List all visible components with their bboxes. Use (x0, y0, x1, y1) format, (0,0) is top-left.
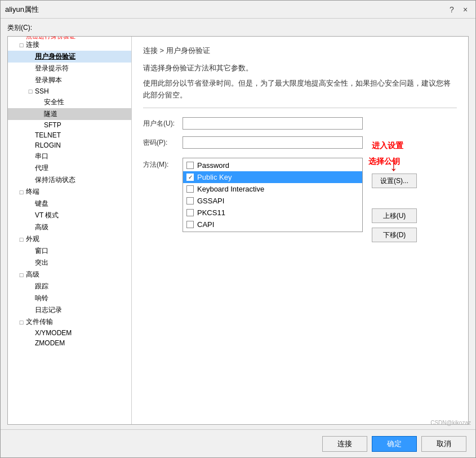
sidebar-item-keyboard[interactable]: 键盘 (8, 198, 131, 210)
sidebar-label-connection: 连接 点击进行身份验证 (26, 40, 39, 50)
expand-icon-file-transfer: □ (17, 319, 26, 326)
sidebar-item-vt-mode[interactable]: VT 模式 (8, 210, 131, 221)
username-input[interactable] (183, 117, 363, 130)
cancel-button[interactable]: 取消 (421, 436, 466, 452)
sidebar-item-file-transfer[interactable]: □ 文件传输 (8, 316, 131, 328)
sidebar-item-advanced[interactable]: 高级 (8, 221, 131, 233)
method-item-gssapi[interactable]: GSSAPI (183, 195, 362, 207)
sidebar-label-telnet: TELNET (35, 131, 61, 139)
sidebar-label-vt-mode: VT 模式 (35, 211, 59, 220)
sidebar-label-rlogin: RLOGIN (35, 141, 61, 149)
title-bar: aliyun属性 ? × (1, 1, 475, 19)
sidebar-label-keepalive: 保持活动状态 (35, 175, 75, 185)
checkmark-public-key: ✓ (188, 175, 193, 180)
sidebar-item-keepalive[interactable]: 保持活动状态 (8, 174, 131, 186)
annot-click: 点击进行身份验证 (26, 37, 75, 41)
title-buttons: ? × (446, 4, 471, 15)
sidebar-label-keyboard: 键盘 (35, 199, 48, 208)
sidebar-label-serial: 串口 (35, 152, 48, 161)
expand-icon-appearance: □ (17, 236, 26, 243)
sidebar-item-highlight[interactable]: 突出 (8, 257, 131, 269)
sidebar-label-proxy: 代理 (35, 163, 48, 173)
sidebar-item-bell[interactable]: 响铃 (8, 292, 131, 304)
expand-icon-ssh: □ (26, 88, 35, 95)
sidebar-item-security[interactable]: 安全性 (8, 96, 131, 108)
sidebar-item-rlogin[interactable]: RLOGIN (8, 140, 131, 150)
desc-line2: 使用此部分以节省登录时间。但是，为了最大限度地提高安全性，如果担心安全问题，建议… (143, 78, 457, 101)
method-item-keyboard[interactable]: Keyboard Interactive (183, 183, 362, 195)
method-item-pkcs11[interactable]: PKCS11 (183, 207, 362, 219)
method-list: Password ✓ Public Key (183, 158, 363, 232)
content-panel: 连接 > 用户身份验证 请选择身份验证方法和其它参数。 使用此部分以节省登录时间… (132, 37, 468, 424)
sidebar-item-tunnel[interactable]: 隧道 (8, 108, 131, 120)
sidebar-label-window: 窗口 (35, 246, 48, 256)
desc-line1: 请选择身份验证方法和其它参数。 (143, 63, 457, 74)
checkbox-keyboard (186, 185, 194, 193)
move-down-button[interactable]: 下移(D) (372, 228, 417, 242)
sidebar-label-security: 安全性 (44, 97, 64, 107)
sidebar-item-appearance[interactable]: □ 外观 (8, 233, 131, 245)
sidebar-label-user-auth: 用户身份验证 (35, 52, 75, 61)
sidebar-item-advanced2[interactable]: □ 高级 (8, 269, 131, 281)
side-buttons: 进入设置 ↓ 设置(S)... 上移(U) 下移(D) (372, 158, 417, 242)
method-label-password: Password (197, 161, 229, 170)
category-label: 类别(C): (7, 23, 469, 33)
breadcrumb: 连接 > 用户身份验证 (143, 46, 457, 56)
sidebar-label-advanced2: 高级 (26, 270, 39, 279)
sidebar-label-advanced: 高级 (35, 223, 48, 232)
annot-enter-settings: 进入设置 (372, 141, 403, 151)
sidebar-item-window[interactable]: 窗口 (8, 245, 131, 257)
sidebar-item-log[interactable]: 日志记录 (8, 304, 131, 316)
watermark: CSDN@kikozaz (430, 420, 471, 426)
sidebar-item-user-auth[interactable]: 用户身份验证 (8, 51, 131, 63)
sidebar: □ 连接 点击进行身份验证 用户身份验证 登录提示符 登录脚本 (8, 37, 132, 424)
setup-button[interactable]: 设置(S)... (372, 174, 417, 188)
ok-button[interactable]: 确定 (372, 436, 417, 452)
sidebar-label-appearance: 外观 (26, 234, 39, 244)
dialog-footer: 连接 确定 取消 (1, 429, 475, 457)
sidebar-label-highlight: 突出 (35, 258, 48, 268)
sidebar-item-login-prompt[interactable]: 登录提示符 (8, 63, 131, 74)
sidebar-item-sftp[interactable]: SFTP (8, 120, 131, 130)
sidebar-label-bell: 响铃 (35, 294, 48, 303)
help-button[interactable]: ? (446, 4, 457, 15)
sidebar-item-login-script[interactable]: 登录脚本 (8, 74, 131, 86)
password-row: 密码(P): (143, 136, 457, 149)
method-area: 选择公钥 Password (183, 158, 363, 232)
annot-select-public-key: 选择公钥 (368, 157, 400, 167)
sidebar-item-trace[interactable]: 跟踪 (8, 281, 131, 292)
expand-icon-connection: □ (17, 42, 26, 48)
connect-button[interactable]: 连接 (322, 436, 367, 452)
password-input[interactable] (183, 136, 363, 149)
sidebar-label-ssh: SSH (35, 87, 49, 95)
sidebar-item-xymodem[interactable]: X/YMODEM (8, 328, 131, 338)
move-up-button[interactable]: 上移(U) (372, 208, 417, 223)
method-label-keyboard: Keyboard Interactive (197, 185, 264, 193)
sidebar-item-zmodem[interactable]: ZMODEM (8, 338, 131, 348)
sidebar-item-ssh[interactable]: □ SSH (8, 86, 131, 96)
sidebar-label-trace: 跟踪 (35, 282, 48, 291)
close-button[interactable]: × (460, 4, 471, 15)
sidebar-label-terminal: 终端 (26, 187, 39, 197)
dialog-title: aliyun属性 (5, 5, 39, 15)
method-item-capi[interactable]: CAPI (183, 219, 362, 230)
sidebar-item-telnet[interactable]: TELNET (8, 130, 131, 140)
sidebar-label-tunnel: 隧道 (44, 109, 57, 119)
dialog-body: 类别(C): □ 连接 点击进行身份验证 用户身份验证 (1, 19, 475, 429)
sidebar-item-serial[interactable]: 串口 (8, 150, 131, 162)
sidebar-item-proxy[interactable]: 代理 (8, 162, 131, 174)
sidebar-label-file-transfer: 文件传输 (26, 317, 53, 327)
sidebar-label-login-prompt: 登录提示符 (35, 64, 69, 73)
expand-icon-advanced2: □ (17, 272, 26, 278)
checkbox-password (186, 162, 194, 169)
checkbox-gssapi (186, 197, 194, 204)
main-area: □ 连接 点击进行身份验证 用户身份验证 登录提示符 登录脚本 (7, 36, 469, 425)
sidebar-item-terminal[interactable]: □ 终端 (8, 186, 131, 198)
spacer (372, 193, 417, 204)
method-label: 方法(M): (143, 160, 183, 170)
method-item-public-key[interactable]: ✓ Public Key (183, 171, 362, 183)
sidebar-item-connection[interactable]: □ 连接 点击进行身份验证 (8, 39, 131, 51)
description-text: 请选择身份验证方法和其它参数。 使用此部分以节省登录时间。但是，为了最大限度地提… (143, 63, 457, 108)
method-item-password[interactable]: Password (183, 159, 362, 171)
dialog-window: aliyun属性 ? × 类别(C): □ 连接 点击进行身份验证 (0, 0, 476, 458)
